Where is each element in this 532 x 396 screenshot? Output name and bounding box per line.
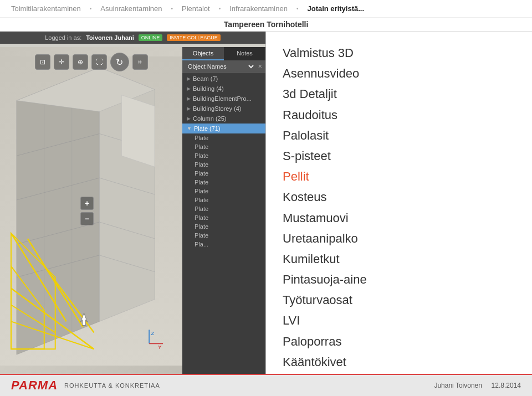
menu-item-spisteet[interactable]: S-pisteet [283, 146, 515, 166]
nav-item-pientalot[interactable]: Pientalot [182, 4, 210, 13]
arrow-buildingpro: ▶ [187, 96, 191, 101]
label-plate: Plate (71) [194, 125, 221, 132]
main-content: Logged in as: Toivonen Juhani ONLINE INV… [0, 32, 532, 375]
bullet-4: • [296, 6, 299, 12]
menu-item-3ddetaljit[interactable]: 3d Detaljit [283, 84, 515, 104]
object-names-dropdown[interactable]: Object Names [186, 63, 255, 70]
arrow-building: ▶ [187, 86, 191, 91]
menu-item-tyoturva[interactable]: Työturvaosat [283, 290, 515, 310]
plate-child-3[interactable]: Plate [182, 151, 265, 160]
plate-child-1[interactable]: Plate [182, 133, 265, 142]
footer-date: 12.8.2014 [492, 382, 521, 389]
bullet-1: • [90, 6, 92, 12]
plate-child-8[interactable]: Plate [182, 196, 265, 204]
login-bar: Logged in as: Toivonen Juhani ONLINE INV… [0, 32, 265, 44]
plate-child-9[interactable]: Plate [182, 204, 265, 213]
zoom-btn[interactable]: ⛶ [91, 54, 107, 70]
menu-item-kosteus[interactable]: Kosteus [283, 187, 515, 207]
nav-item-infra[interactable]: Infrarakentaminen [229, 4, 288, 13]
plate-child-last[interactable]: Pla... [182, 240, 265, 249]
plate-child-6[interactable]: Plate [182, 178, 265, 187]
page-title: Tampereen Tornihotelli [0, 18, 532, 32]
label-buildingpro: BuildingElementPro... [193, 95, 252, 102]
menu-item-asennusvideo[interactable]: Asennusvideo [283, 63, 515, 84]
nav-item-asuinrak[interactable]: Asuinrakentaminen [100, 4, 162, 13]
tree-item-plate[interactable]: ▼ Plate (71) [182, 124, 265, 133]
menu-item-pellit[interactable]: Pellit [283, 166, 515, 187]
arrow-storeys: ▶ [187, 106, 191, 111]
nav-controls: ⊡ ✛ ⊕ ⛶ ↻ ⌗ [35, 53, 148, 71]
footer-user: Juhani Toivonen [434, 382, 482, 389]
svg-marker-22 [121, 95, 155, 167]
svg-text:Y: Y [158, 344, 162, 350]
menu-item-valmistus[interactable]: Valmistus 3D [283, 43, 515, 63]
menu-item-paloporras[interactable]: Paloporras [283, 331, 515, 352]
tab-notes[interactable]: Notes [224, 47, 265, 60]
logged-in-label: Logged in as: [45, 34, 81, 41]
panel-close-btn[interactable]: × [258, 62, 262, 70]
menu-item-uretaanipalko[interactable]: Uretaanipalko [283, 228, 515, 249]
footer-user-date: Juhani Toivonen 12.8.2014 [434, 382, 521, 389]
svg-text:Z: Z [151, 330, 154, 336]
label-column: Column (25) [193, 115, 227, 122]
menu-item-mustamuovi[interactable]: Mustamuovi [283, 208, 515, 228]
menu-item-lvi[interactable]: LVI [283, 310, 515, 331]
footer-logo: PARMA [11, 378, 58, 393]
zoom-controls: + − [80, 197, 94, 225]
arrow-beam: ▶ [187, 76, 191, 81]
plate-child-12[interactable]: Plate [182, 231, 265, 240]
reset-view-btn[interactable]: ⊡ [35, 54, 50, 70]
viewer-panel: Logged in as: Toivonen Juhani ONLINE INV… [0, 32, 266, 375]
nav-item-toimitila[interactable]: Toimitilarakentaminen [11, 4, 81, 13]
label-building: Building (4) [193, 85, 224, 92]
footer-slogan: ROHKEUTTA & KONKRETIAA [64, 382, 160, 389]
orbit-btn[interactable]: ⊕ [73, 54, 88, 70]
top-navigation: Toimitilarakentaminen • Asuinrakentamine… [0, 0, 532, 18]
menu-item-kaantokivet[interactable]: Kääntökivet [283, 352, 515, 372]
viewport-area[interactable]: Z Y ⊡ ✛ ⊕ ⛶ ↻ ⌗ + − [0, 47, 182, 375]
menu-list: Valmistus 3D Asennusvideo 3d Detaljit Ra… [283, 43, 515, 372]
menu-item-kumiletkut[interactable]: Kumiletkut [283, 249, 515, 269]
tree-item-column[interactable]: ▶ Column (25) [182, 114, 265, 124]
panel-header: Object Names × [182, 60, 265, 73]
user-name: Toivonen Juhani [86, 34, 134, 41]
plate-child-5[interactable]: Plate [182, 169, 265, 178]
pan-btn[interactable]: ✛ [54, 54, 69, 70]
menu-item-pintasuoja[interactable]: Pintasuoja-aine [283, 269, 515, 290]
plate-child-2[interactable]: Plate [182, 142, 265, 151]
view-mode-btn[interactable]: ⌗ [132, 54, 148, 70]
invite-button[interactable]: INVITE COLLEAGUE [167, 34, 221, 41]
object-tree[interactable]: ▶ Beam (7) ▶ Building (4) ▶ BuildingElem… [182, 73, 265, 375]
plate-child-10[interactable]: Plate [182, 213, 265, 222]
object-panel: Objects Notes Object Names × ▶ Beam (7) … [182, 47, 265, 375]
nav-item-jotain[interactable]: Jotain erityistä... [307, 4, 364, 13]
menu-item-palolasit[interactable]: Palolasit [283, 125, 515, 146]
online-badge: ONLINE [139, 34, 163, 41]
menu-item-raudoitus[interactable]: Raudoitus [283, 105, 515, 125]
plate-child-4[interactable]: Plate [182, 160, 265, 169]
zoom-in-btn[interactable]: + [80, 197, 94, 210]
label-beam: Beam (7) [193, 75, 218, 82]
arrow-column: ▶ [187, 116, 191, 121]
plate-child-7[interactable]: Plate [182, 187, 265, 196]
tree-item-building[interactable]: ▶ Building (4) [182, 84, 265, 94]
tab-objects[interactable]: Objects [182, 47, 224, 60]
tree-item-storeys[interactable]: ▶ BuildingStorey (4) [182, 104, 265, 114]
tree-item-buildingpro[interactable]: ▶ BuildingElementPro... [182, 94, 265, 104]
footer: PARMA ROHKEUTTA & KONKRETIAA Juhani Toiv… [0, 374, 532, 396]
label-storeys: BuildingStorey (4) [193, 105, 241, 112]
rotate-btn[interactable]: ↻ [110, 53, 129, 71]
tree-item-beam[interactable]: ▶ Beam (7) [182, 74, 265, 84]
bullet-3: • [219, 6, 221, 12]
plate-child-11[interactable]: Plate [182, 222, 265, 231]
bullet-2: • [171, 6, 173, 12]
zoom-out-btn[interactable]: − [80, 212, 94, 225]
right-panel: Valmistus 3D Asennusvideo 3d Detaljit Ra… [266, 32, 532, 375]
arrow-plate: ▼ [187, 126, 192, 131]
panel-tabs: Objects Notes [182, 47, 265, 60]
